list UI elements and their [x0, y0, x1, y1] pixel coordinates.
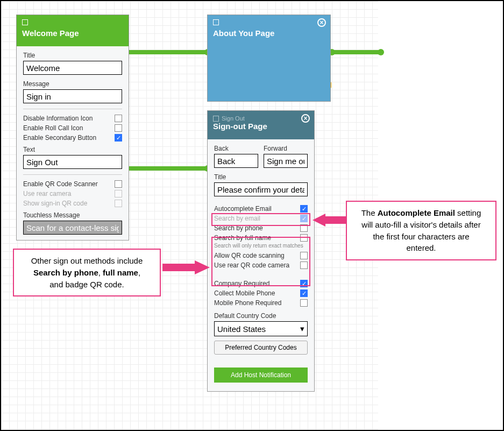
disable-info-checkbox[interactable]	[115, 115, 122, 122]
welcome-node: Welcome Page Title Message Disable Infor…	[16, 15, 129, 241]
signout-title-input[interactable]	[214, 182, 308, 196]
title-label: Title	[23, 52, 122, 59]
search-fullname-label: Search by full name	[214, 234, 271, 242]
use-rear-label: Use rear camera	[23, 190, 71, 197]
default-country-select[interactable]: United States ▾	[214, 321, 308, 336]
forward-input[interactable]	[264, 154, 308, 168]
autocomplete-email-label: Autocomplete Email	[214, 205, 272, 213]
collect-mobile-checkbox[interactable]: ✓	[300, 289, 308, 297]
touchless-label: Touchless Message	[23, 211, 122, 219]
add-host-notification-button[interactable]: Add Host Notification	[214, 368, 308, 383]
welcome-title: Welcome Page	[22, 29, 79, 38]
chevron-down-icon: ▾	[300, 324, 304, 334]
callout-right: The Autocomplete Email setting will auto…	[346, 201, 496, 260]
page-icon	[213, 19, 219, 25]
about-header[interactable]: About You Page ×	[208, 15, 330, 101]
enable-qr-checkbox[interactable]	[115, 180, 122, 188]
svg-marker-1	[313, 214, 347, 227]
enable-rollcall-label: Enable Roll Call Icon	[23, 124, 83, 132]
enable-secondary-checkbox[interactable]: ✓	[115, 134, 122, 142]
about-node[interactable]: About You Page ×	[207, 15, 331, 102]
touchless-input[interactable]	[23, 221, 122, 235]
svg-marker-0	[162, 260, 210, 274]
allow-qr-label: Allow QR code scanning	[214, 252, 285, 259]
signout-node: Sign Out Sign-out Page × Back Forward Ti…	[207, 110, 315, 392]
search-email-label: Search by email	[214, 215, 260, 222]
company-required-label: Company Required	[214, 280, 269, 287]
close-icon[interactable]: ×	[317, 18, 326, 27]
connector	[123, 50, 209, 54]
close-icon[interactable]: ×	[301, 114, 310, 123]
mobile-required-label: Mobile Phone Required	[214, 299, 281, 307]
message-input[interactable]	[23, 89, 122, 103]
title-input[interactable]	[23, 61, 122, 75]
collect-mobile-label: Collect Mobile Phone	[214, 289, 275, 297]
disable-info-label: Disable Information Icon	[23, 115, 93, 122]
signout-title: Sign-out Page	[213, 122, 267, 131]
arrow-right-icon	[162, 259, 211, 275]
default-country-label: Default Country Code	[214, 312, 308, 320]
signout-title-label: Title	[214, 173, 308, 181]
search-phone-label: Search by phone	[214, 224, 263, 232]
show-signin-qr-label: Show sign-in QR code	[23, 200, 87, 207]
search-phone-checkbox[interactable]	[300, 224, 308, 232]
show-signin-qr-checkbox[interactable]	[115, 200, 122, 207]
callout-left: Other sign out methods include Search by…	[13, 249, 161, 296]
about-title: About You Page	[213, 29, 274, 38]
forward-label: Forward	[264, 145, 308, 152]
page-icon	[213, 116, 219, 122]
company-required-checkbox[interactable]: ✓	[300, 280, 308, 287]
autocomplete-email-checkbox[interactable]: ✓	[300, 205, 308, 213]
text-label: Text	[23, 146, 122, 153]
enable-secondary-label: Enable Secondary Button	[23, 134, 96, 142]
search-fullname-checkbox[interactable]	[300, 234, 308, 242]
use-rear-qr-checkbox[interactable]	[300, 262, 308, 269]
back-input[interactable]	[214, 154, 258, 168]
signout-tab-label: Sign Out	[222, 115, 245, 122]
allow-qr-checkbox[interactable]	[300, 252, 308, 259]
connector	[331, 50, 382, 54]
use-rear-checkbox[interactable]	[115, 190, 122, 197]
welcome-header[interactable]: Welcome Page	[17, 15, 129, 46]
enable-qr-label: Enable QR Code Scanner	[23, 180, 98, 188]
text-input[interactable]	[23, 155, 122, 169]
mobile-required-checkbox[interactable]	[300, 299, 308, 307]
use-rear-qr-label: Use rear QR code camera	[214, 262, 289, 269]
search-email-checkbox[interactable]: ✓	[300, 215, 308, 222]
message-label: Message	[23, 80, 122, 88]
signout-header[interactable]: Sign Out Sign-out Page ×	[208, 111, 314, 139]
search-fullname-sub: Search will only return exact matches	[214, 243, 308, 249]
preferred-country-codes-button[interactable]: Preferred Country Codes	[214, 341, 308, 355]
page-icon	[22, 19, 28, 25]
enable-rollcall-checkbox[interactable]	[115, 124, 122, 132]
back-label: Back	[214, 145, 258, 152]
default-country-value: United States	[217, 324, 266, 334]
arrow-left-icon	[311, 213, 347, 227]
